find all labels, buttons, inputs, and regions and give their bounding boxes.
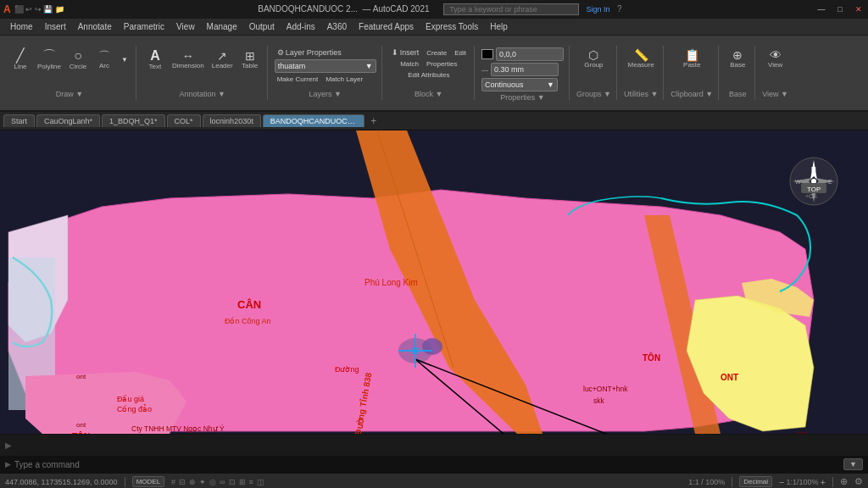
zoom-level: 1:1/100% [787, 478, 819, 486]
menu-manage[interactable]: Manage [202, 21, 242, 32]
measure-button[interactable]: 📏 Measure [626, 47, 657, 70]
osnap-icon[interactable]: ◎ [209, 478, 216, 486]
menu-addins[interactable]: Add-ins [281, 21, 320, 32]
tab-bdqh[interactable]: 1_BDQH_Q1* [102, 114, 165, 127]
circle-button[interactable]: ○ Circle [66, 47, 90, 72]
create-button[interactable]: Create [424, 47, 449, 58]
menu-help[interactable]: Help [485, 21, 513, 32]
linetype-select[interactable]: Continuous ▼ [481, 78, 558, 92]
menu-a360[interactable]: A360 [322, 21, 352, 32]
maximize-button[interactable]: □ [834, 3, 846, 15]
edit-attrs-button[interactable]: Edit Attributes [405, 70, 452, 80]
draw-more-button[interactable]: ▼ [119, 55, 131, 64]
layer-name: thuatam [278, 62, 306, 70]
ducs-icon[interactable]: ⊡ [229, 478, 236, 486]
menu-annotate[interactable]: Annotate [73, 21, 117, 32]
polyline-icon: ⌒ [42, 49, 56, 63]
lineweight-select[interactable]: 0.30 mm [491, 63, 559, 76]
command-input-area: ▶ ▼ [0, 456, 868, 473]
menu-parametric[interactable]: Parametric [119, 21, 170, 32]
view-button[interactable]: 👁 View [764, 47, 787, 70]
tp-icon[interactable]: ◫ [257, 478, 264, 486]
arc-button[interactable]: ⌒ Arc [92, 48, 116, 71]
minimize-button[interactable]: — [815, 3, 827, 15]
zoom-out-icon[interactable]: − [779, 477, 784, 487]
group-icon: ⬡ [588, 49, 598, 61]
base-button[interactable]: ⊕ Base [726, 47, 749, 70]
ortho-icon[interactable]: ⊕ [189, 478, 196, 486]
add-tab-button[interactable]: + [366, 114, 381, 128]
dimension-button[interactable]: ↔ Dimension [170, 48, 207, 71]
menu-insert[interactable]: Insert [40, 21, 71, 32]
annotation-scale-icon[interactable]: ⊕ [840, 476, 848, 487]
otrack-icon[interactable]: ∞ [220, 478, 225, 486]
linetype-dropdown-icon: ▼ [547, 80, 554, 89]
svg-text:ont: ont [797, 430, 807, 434]
text-button[interactable]: A Text [143, 47, 167, 72]
zoom-in-icon[interactable]: + [821, 477, 826, 487]
title-center: BANDOQHCANDUOC 2... — AutoCAD 2021 Sign … [64, 3, 815, 15]
command-input[interactable] [14, 460, 840, 469]
circle-icon: ○ [74, 49, 82, 63]
leader-icon: ↗ [217, 50, 227, 62]
match-layer-button[interactable]: Match Layer [323, 75, 365, 84]
snap-icon[interactable]: ⊟ [179, 478, 186, 486]
menu-home[interactable]: Home [5, 21, 38, 32]
group-button[interactable]: ⬡ Group [581, 47, 605, 70]
color-select[interactable]: 0,0,0 [496, 47, 564, 61]
help-icon[interactable]: ? [617, 4, 622, 14]
window-controls[interactable]: — □ ✕ [815, 3, 865, 15]
edit-button[interactable]: Edit [452, 47, 469, 58]
tab-locninh[interactable]: locninh2030t [203, 114, 261, 127]
decimal-button[interactable]: Decimal [739, 476, 772, 487]
viewport: [-][Top][2D Wireframe] [0, 130, 868, 434]
paste-icon: 📋 [685, 49, 699, 61]
workspace-icon[interactable]: ⚙ [854, 476, 863, 487]
menu-output[interactable]: Output [244, 21, 280, 32]
model-button[interactable]: MODEL [132, 476, 164, 487]
close-button[interactable]: ✕ [853, 3, 865, 15]
layer-dropdown-icon: ▼ [365, 62, 373, 70]
make-current-button[interactable]: Make Current [275, 75, 320, 84]
tab-bandoqh[interactable]: BANDOQHCANDUOC 2030 28-12-2021thuy* [263, 114, 364, 127]
quick-access: ⬛ ↩ ↪ 💾 📁 [14, 5, 64, 14]
properties-button[interactable]: Properties [424, 59, 459, 69]
menu-view[interactable]: View [171, 21, 200, 32]
insert-button[interactable]: ⬇ Insert [389, 47, 422, 58]
properties-group: 0,0,0 — 0.30 mm Continuous ▼ Properties … [476, 46, 570, 100]
utilities-label: Utilities ▼ [624, 90, 658, 98]
annotation-label: Annotation ▼ [180, 90, 225, 98]
title-left: A ⬛ ↩ ↪ 💾 📁 [3, 3, 64, 15]
keyword-search-input[interactable] [443, 3, 579, 15]
lineweight-label: — [481, 66, 488, 74]
map-canvas[interactable]: Đường Tỉnh 838 CÂN Đồn Công An SKK DSH T… [0, 130, 868, 434]
signin-link[interactable]: Sign In [587, 5, 610, 14]
tab-start[interactable]: Start [3, 114, 35, 127]
grid-icon[interactable]: # [171, 478, 175, 486]
layer-select[interactable]: thuatam ▼ [275, 59, 376, 73]
polar-icon[interactable]: ✦ [199, 478, 206, 486]
lw-icon[interactable]: ≡ [249, 478, 253, 486]
match-button[interactable]: Match [398, 59, 421, 69]
leader-button[interactable]: ↗ Leader [209, 48, 236, 71]
menu-featured[interactable]: Featured Apps [353, 21, 419, 32]
cmd-dropdown[interactable]: ▼ [843, 458, 863, 470]
svg-text:skk: skk [593, 396, 605, 405]
status-icons: # ⊟ ⊕ ✦ ◎ ∞ ⊡ ⊞ ≡ ◫ [171, 478, 264, 486]
line-button[interactable]: ╱ Line [8, 47, 32, 72]
command-area: ▶ ▶ ▼ [0, 434, 868, 473]
svg-text:Cống đảo: Cống đảo [117, 404, 152, 413]
tab-cauonlanh[interactable]: CauOngLanh* [36, 114, 100, 127]
layer-properties-button[interactable]: ⚙ Layer Properties [275, 47, 344, 58]
arc-icon: ⌒ [98, 50, 110, 62]
menu-express[interactable]: Express Tools [420, 21, 483, 32]
tab-col[interactable]: COL* [167, 114, 201, 127]
file-tabs: Start CauOngLanh* 1_BDQH_Q1* COL* locnin… [0, 112, 868, 130]
insert-icon: ⬇ [392, 48, 398, 57]
paste-button[interactable]: 📋 Paste [680, 47, 704, 70]
cmd-prompt-label: ▶ [5, 441, 12, 450]
polyline-button[interactable]: ⌒ Polyline [35, 47, 64, 72]
clipboard-group: 📋 Paste Clipboard ▼ [665, 46, 719, 100]
table-button[interactable]: ⊞ Table [238, 48, 262, 71]
dyn-icon[interactable]: ⊞ [239, 478, 246, 486]
